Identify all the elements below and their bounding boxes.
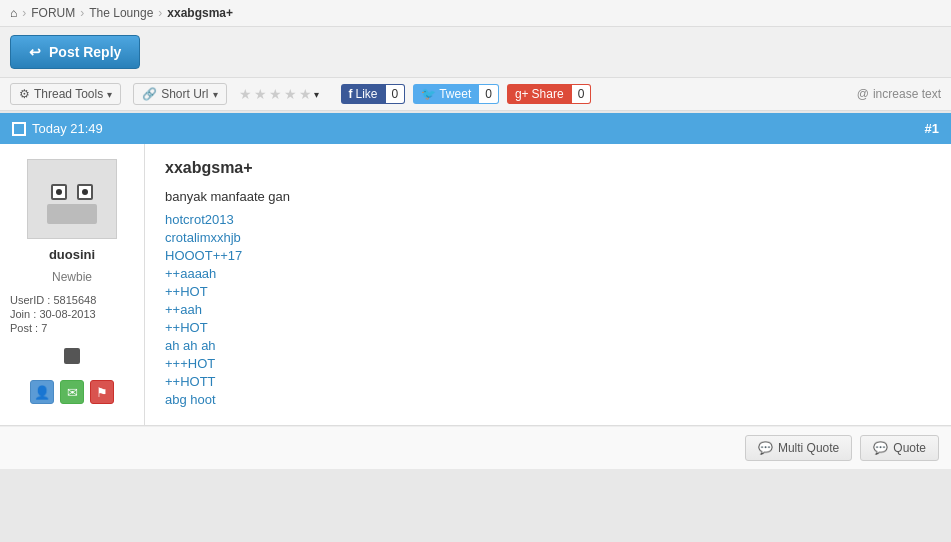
breadcrumb: ⌂ › FORUM › The Lounge › xxabgsma+ bbox=[0, 0, 951, 27]
star-5[interactable]: ★ bbox=[299, 86, 312, 102]
post-link[interactable]: hotcrot2013 bbox=[165, 212, 931, 227]
post-link[interactable]: crotalimxxhjb bbox=[165, 230, 931, 245]
increase-text-button[interactable]: @ increase text bbox=[857, 87, 941, 101]
quote-icon: 💬 bbox=[873, 441, 888, 455]
user-info: UserID : 5815648 Join : 30-08-2013 Post … bbox=[10, 292, 134, 336]
post-number: #1 bbox=[925, 121, 939, 136]
short-url-button[interactable]: 🔗 Short Url ▾ bbox=[133, 83, 226, 105]
post-link[interactable]: ++aaaah bbox=[165, 266, 931, 281]
share-count: 0 bbox=[572, 84, 592, 104]
post-link[interactable]: abg hoot bbox=[165, 392, 931, 407]
twitter-tweet: 🐦 Tweet 0 bbox=[413, 84, 499, 104]
text-size-icon: @ bbox=[857, 87, 869, 101]
home-icon[interactable]: ⌂ bbox=[10, 6, 17, 20]
fb-icon: f bbox=[349, 87, 353, 101]
robot-body bbox=[47, 204, 97, 224]
thread-tools-button[interactable]: ⚙ Thread Tools ▾ bbox=[10, 83, 121, 105]
breadcrumb-sep-3: › bbox=[158, 6, 162, 20]
username: duosini bbox=[49, 247, 95, 262]
social-buttons: f Like 0 🐦 Tweet 0 g+ Share 0 bbox=[341, 84, 592, 104]
post-link[interactable]: ++HOT bbox=[165, 284, 931, 299]
breadcrumb-forum[interactable]: FORUM bbox=[31, 6, 75, 20]
star-3[interactable]: ★ bbox=[269, 86, 282, 102]
breadcrumb-sep-1: › bbox=[22, 6, 26, 20]
twitter-icon: 🐦 bbox=[421, 87, 436, 101]
post-link[interactable]: +++HOT bbox=[165, 356, 931, 371]
chevron-down-icon-2: ▾ bbox=[213, 89, 218, 100]
user-message-button[interactable]: ✉ bbox=[60, 380, 84, 404]
gear-icon: ⚙ bbox=[19, 87, 30, 101]
reply-arrow-icon: ↩ bbox=[29, 44, 41, 60]
post-link[interactable]: ah ah ah bbox=[165, 338, 931, 353]
user-role: Newbie bbox=[52, 270, 92, 284]
post-main: xxabgsma+ banyak manfaate gan hotcrot201… bbox=[145, 144, 951, 425]
post-content-area: duosini Newbie UserID : 5815648 Join : 3… bbox=[0, 144, 951, 426]
avatar-eyes bbox=[51, 184, 93, 200]
google-share: g+ Share 0 bbox=[507, 84, 591, 104]
fb-count: 0 bbox=[386, 84, 406, 104]
breadcrumb-current: xxabgsma+ bbox=[167, 6, 233, 20]
breadcrumb-sep-2: › bbox=[80, 6, 84, 20]
link-icon: 🔗 bbox=[142, 87, 157, 101]
robot-eye-right bbox=[77, 184, 93, 200]
post-timestamp: Today 21:49 bbox=[12, 121, 103, 136]
post-links-list: hotcrot2013crotalimxxhjbHOOOT++17++aaaah… bbox=[165, 212, 931, 407]
post-link[interactable]: HOOOT++17 bbox=[165, 248, 931, 263]
post-header: Today 21:49 #1 bbox=[0, 113, 951, 144]
post-row: Post : 7 bbox=[10, 322, 134, 334]
rating-stars[interactable]: ★ ★ ★ ★ ★ ▾ bbox=[239, 86, 319, 102]
post-intro-text: banyak manfaate gan bbox=[165, 189, 931, 204]
star-2[interactable]: ★ bbox=[254, 86, 267, 102]
star-4[interactable]: ★ bbox=[284, 86, 297, 102]
post-footer: 💬 Multi Quote 💬 Quote bbox=[0, 426, 951, 469]
robot-eye-left bbox=[51, 184, 67, 200]
post-link[interactable]: ++HOT bbox=[165, 320, 931, 335]
post-reply-label: Post Reply bbox=[49, 44, 121, 60]
user-sidebar: duosini Newbie UserID : 5815648 Join : 3… bbox=[0, 144, 145, 425]
share-button[interactable]: g+ Share bbox=[507, 84, 572, 104]
checkbox-icon bbox=[12, 122, 26, 136]
post-link[interactable]: ++aah bbox=[165, 302, 931, 317]
userid-row: UserID : 5815648 bbox=[10, 294, 134, 306]
tweet-count: 0 bbox=[479, 84, 499, 104]
user-action-icons: 👤 ✉ ⚑ bbox=[30, 380, 114, 404]
gplus-icon: g+ bbox=[515, 87, 529, 101]
main-toolbar: ↩ Post Reply bbox=[0, 27, 951, 78]
rating-chevron: ▾ bbox=[314, 89, 319, 100]
breadcrumb-lounge[interactable]: The Lounge bbox=[89, 6, 153, 20]
post-link[interactable]: ++HOTT bbox=[165, 374, 931, 389]
tweet-button[interactable]: 🐦 Tweet bbox=[413, 84, 479, 104]
user-profile-button[interactable]: 👤 bbox=[30, 380, 54, 404]
star-1[interactable]: ★ bbox=[239, 86, 252, 102]
quote-button[interactable]: 💬 Quote bbox=[860, 435, 939, 461]
multi-quote-icon: 💬 bbox=[758, 441, 773, 455]
facebook-like: f Like 0 bbox=[341, 84, 406, 104]
join-row: Join : 30-08-2013 bbox=[10, 308, 134, 320]
chevron-down-icon: ▾ bbox=[107, 89, 112, 100]
facebook-like-button[interactable]: f Like bbox=[341, 84, 386, 104]
post-reply-button[interactable]: ↩ Post Reply bbox=[10, 35, 140, 69]
multi-quote-button[interactable]: 💬 Multi Quote bbox=[745, 435, 852, 461]
post-title: xxabgsma+ bbox=[165, 159, 931, 177]
user-badge bbox=[64, 348, 80, 364]
avatar bbox=[27, 159, 117, 239]
secondary-toolbar: ⚙ Thread Tools ▾ 🔗 Short Url ▾ ★ ★ ★ ★ ★… bbox=[0, 78, 951, 111]
user-report-button[interactable]: ⚑ bbox=[90, 380, 114, 404]
